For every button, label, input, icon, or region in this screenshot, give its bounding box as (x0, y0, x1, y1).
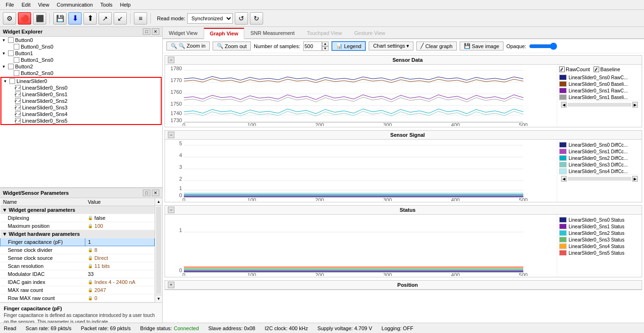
legend-text-ss2: LinearSlider0_Sns2 DiffCc... (569, 156, 627, 161)
expand-button0[interactable]: ▼ (2, 38, 7, 42)
param-fingercap-value[interactable]: 1 (85, 238, 154, 246)
tree-item-button1-sns0[interactable]: ▶ Button1_Sns0 (0, 57, 162, 63)
checkbox-ls0sns5[interactable]: ✓ (15, 118, 21, 124)
sep2 (130, 13, 131, 24)
menu-edit[interactable]: Edit (18, 1, 34, 8)
position-collapse[interactable]: + (168, 282, 174, 288)
tree-item-button0[interactable]: ▼ Button0 (0, 37, 162, 43)
export-button[interactable]: ↗ (99, 12, 112, 25)
menu-tools[interactable]: Tools (97, 1, 116, 8)
checkbox-button2[interactable] (8, 64, 14, 69)
tree-item-ls0-sns0[interactable]: ▶ ✓ LinearSlider0_Sns0 (1, 84, 161, 91)
status-title: Status (176, 207, 639, 213)
checkbox-button2sns0[interactable] (14, 70, 19, 76)
samples-down[interactable]: ▼ (322, 46, 329, 51)
legend-scroll-left[interactable]: ◀ (561, 102, 567, 108)
menu-view[interactable]: View (34, 1, 53, 8)
tree-item-button2-sns0[interactable]: ▶ Button2_Sns0 (0, 70, 162, 76)
list-button[interactable]: ≡ (134, 12, 147, 25)
legend-scrollbar[interactable] (568, 103, 631, 107)
tab-snr[interactable]: SNR Measurement (244, 28, 301, 39)
scrollbar-up[interactable]: ▲ (155, 198, 162, 206)
legend-button[interactable]: 📊 Legend (331, 41, 366, 51)
checkbox-ls0sns3[interactable]: ✓ (15, 105, 21, 110)
tree-item-ls0-sns2[interactable]: ▶ ✓ LinearSlider0_Sns2 (1, 98, 161, 104)
checkbox-button1sns0[interactable] (14, 57, 19, 63)
params-restore-btn[interactable]: □ (143, 190, 150, 196)
tree-item-button0-sns0[interactable]: ▶ Button0_Sns0 (0, 43, 162, 50)
graphs-area: − Sensor Data 1780 1770 1760 1750 1740 1… (163, 53, 644, 333)
import-button[interactable]: ↙ (114, 12, 127, 25)
params-close-btn[interactable]: ✕ (152, 190, 159, 196)
expand-linearslider0[interactable]: ▼ (3, 79, 8, 83)
baseline-checkbox-container[interactable]: ✓ Baseline (594, 67, 620, 72)
scrollbar-thumb[interactable] (156, 207, 161, 294)
params-scrollbar[interactable]: ▲ ▼ (155, 198, 162, 302)
tree-item-linearslider0[interactable]: ▼ LinearSlider0 (1, 78, 161, 84)
tree-item-ls0-sns5[interactable]: ▶ ✓ LinearSlider0_Sns5 (1, 117, 161, 124)
zoom-in-button[interactable]: 🔍 🔍 Zoom in (166, 42, 210, 50)
checkbox-ls0sns1[interactable]: ✓ (15, 92, 21, 97)
tree-item-button1[interactable]: ▼ Button1 (0, 50, 162, 57)
legend-ss-left[interactable]: ◀ (561, 176, 567, 182)
sensor-data-collapse[interactable]: − (168, 57, 174, 63)
tree-item-ls0-sns4[interactable]: ▶ ✓ LinearSlider0_Sns4 (1, 111, 161, 117)
rawcount-checkbox-container[interactable]: ✓ RawCount (559, 67, 590, 72)
tree-item-ls0-sns1[interactable]: ▶ ✓ LinearSlider0_Sns1 (1, 91, 161, 98)
checkbox-ls0sns0[interactable]: ✓ (15, 85, 21, 91)
tree-item-button2[interactable]: ▼ Button2 (0, 63, 162, 70)
undo-button[interactable]: ↺ (235, 12, 248, 25)
chart-settings-button[interactable]: Chart settings ▾ (369, 42, 413, 50)
stop-button[interactable]: 🔴 (18, 12, 31, 25)
tab-gesture: Gesture View (348, 28, 391, 39)
right-panel: Widget View Graph View SNR Measurement T… (163, 27, 644, 333)
checkbox-ls0sns2[interactable]: ✓ (15, 98, 21, 104)
panel-restore-btn[interactable]: □ (143, 28, 150, 35)
legend-scroll-right[interactable]: ▶ (632, 102, 638, 108)
expand-button1[interactable]: ▼ (2, 51, 7, 56)
menu-help[interactable]: Help (116, 1, 134, 8)
save-image-button[interactable]: 💾 Save image (460, 42, 504, 50)
svg-text:500: 500 (519, 272, 528, 276)
menu-communication[interactable]: Communication (53, 1, 96, 8)
rawcount-checkbox[interactable]: ✓ (559, 67, 565, 72)
menu-file[interactable]: File (2, 1, 18, 8)
legend-ss-scrollbar[interactable] (568, 177, 631, 181)
upload-button[interactable]: ⬆ (83, 12, 97, 25)
checkbox-ls0sns4[interactable]: ✓ (15, 111, 21, 117)
clear-graph-button[interactable]: ╱ Clear graph (416, 42, 456, 50)
pause-button[interactable]: ⬛ (33, 12, 46, 25)
redo-button[interactable]: ↻ (250, 12, 263, 25)
checkbox-linearslider0[interactable] (9, 78, 15, 84)
save-button[interactable]: 💾 (53, 12, 66, 25)
checkbox-button0sns0[interactable] (14, 44, 19, 50)
read-mode-select[interactable]: Synchronized (187, 13, 233, 24)
checkbox-button1[interactable] (8, 50, 14, 56)
param-scan-res: Scan resolution 🔒11 bits (0, 262, 155, 270)
baseline-checkbox[interactable]: ✓ (594, 67, 599, 72)
status-collapse[interactable]: − (168, 207, 174, 213)
samples-up[interactable]: ▲ (322, 42, 329, 46)
svg-text:1: 1 (179, 185, 182, 191)
svg-text:0: 0 (179, 192, 182, 198)
opaque-slider[interactable] (529, 42, 557, 50)
settings-button[interactable]: ⚙ (3, 12, 16, 25)
scrollbar-down[interactable]: ▼ (155, 295, 162, 302)
tree-item-ls0-sns3[interactable]: ▶ ✓ LinearSlider0_Sns3 (1, 104, 161, 111)
download-button[interactable]: ⬇ (68, 12, 82, 25)
expand-button2[interactable]: ▼ (2, 65, 7, 69)
sensor-signal-collapse[interactable]: − (168, 132, 174, 138)
svg-text:300: 300 (383, 272, 392, 276)
samples-input[interactable] (303, 42, 322, 51)
legend-item-ss4: LinearSlider0_Sns4 DiffCc... (559, 168, 640, 175)
samples-control: ▲ ▼ (303, 42, 329, 51)
legend-ss-right[interactable]: ▶ (632, 176, 638, 182)
panel-close-btn[interactable]: ✕ (152, 28, 159, 35)
tab-widget-view[interactable]: Widget View (163, 28, 204, 39)
legend-item-sd2: LinearSlider0_Sns1 RawC... (559, 87, 640, 94)
checkbox-button0[interactable] (8, 37, 14, 43)
zoom-out-button[interactable]: 🔍 Zoom out (213, 42, 251, 50)
legend-item-st4: LinearSlider0_Sns4 Status (559, 243, 640, 250)
param-modidac-value[interactable]: 33 (85, 270, 154, 278)
tab-graph-view[interactable]: Graph View (204, 28, 244, 39)
